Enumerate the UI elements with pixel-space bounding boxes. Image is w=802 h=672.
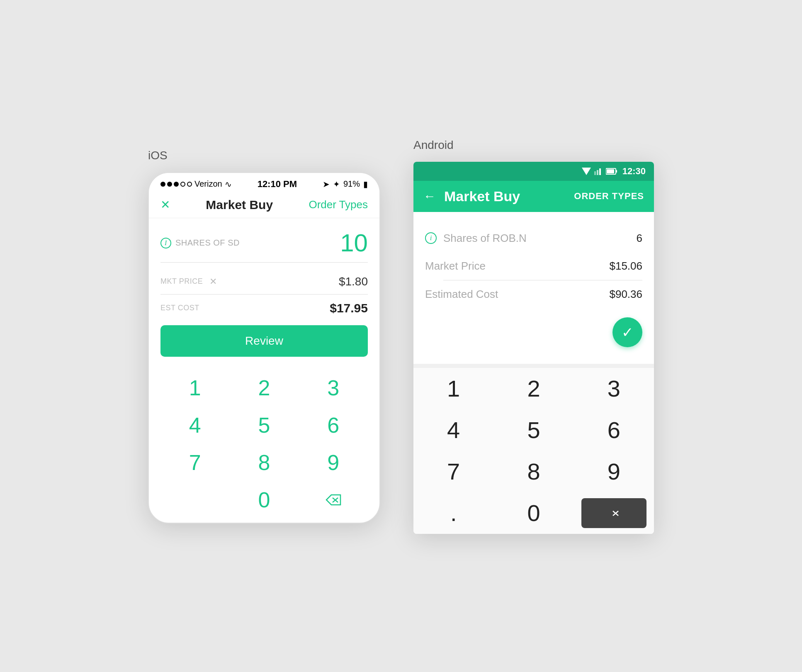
android-key-9[interactable]: 9 xyxy=(574,451,654,492)
ios-carrier: Verizon xyxy=(194,179,222,189)
ios-key-4[interactable]: 4 xyxy=(160,407,230,444)
ios-estcost-label: EST COST xyxy=(160,304,199,312)
ios-key-5[interactable]: 5 xyxy=(230,407,299,444)
ios-estcost-value: $17.95 xyxy=(330,301,368,315)
android-estcost-value: $90.36 xyxy=(609,288,642,301)
android-nav-title: Market Buy xyxy=(444,188,566,205)
android-nav: ← Market Buy ORDER TYPES xyxy=(413,181,654,212)
android-key-2[interactable]: 2 xyxy=(493,368,574,409)
android-order-types-button[interactable]: ORDER TYPES xyxy=(574,191,644,202)
android-shares-row: i Shares of ROB.N 6 xyxy=(425,224,642,252)
ios-status-left: Verizon ∿ xyxy=(160,179,232,189)
android-key-0[interactable]: 0 xyxy=(493,492,574,534)
android-battery-icon xyxy=(606,168,617,175)
android-key-backspace[interactable] xyxy=(581,498,646,528)
ios-shares-label: SHARES OF SD xyxy=(175,238,240,248)
ios-key-9[interactable]: 9 xyxy=(299,444,368,481)
ios-bluetooth-icon: ✦ xyxy=(333,179,340,189)
ios-keypad: 1 2 3 4 5 6 7 8 9 0 xyxy=(160,369,368,519)
android-keypad: 1 2 3 4 5 6 7 8 9 . 0 xyxy=(413,368,654,534)
android-status-bar: 12:30 xyxy=(413,162,654,181)
ios-key-8[interactable]: 8 xyxy=(230,444,299,481)
ios-key-0[interactable]: 0 xyxy=(230,481,299,519)
ios-shares-row: i SHARES OF SD 10 xyxy=(160,231,368,263)
ios-shares-value: 10 xyxy=(340,231,368,256)
android-key-8[interactable]: 8 xyxy=(493,451,574,492)
android-shares-label: Shares of ROB.N xyxy=(443,232,527,245)
ios-battery-icon: ▮ xyxy=(363,179,368,189)
ios-key-6[interactable]: 6 xyxy=(299,407,368,444)
ios-order-types-link[interactable]: Order Types xyxy=(309,198,368,211)
android-key-1[interactable]: 1 xyxy=(413,368,493,409)
ios-key-empty xyxy=(160,481,230,519)
ios-shares-label-group: i SHARES OF SD xyxy=(160,238,240,248)
android-status-icons xyxy=(582,168,617,175)
svg-rect-3 xyxy=(594,171,596,175)
ios-signal-dots xyxy=(160,182,192,187)
android-info-icon[interactable]: i xyxy=(425,232,437,244)
android-key-dot[interactable]: . xyxy=(413,492,493,534)
ios-status-right: ➤ ✦ 91% ▮ xyxy=(323,179,368,189)
ios-time: 12:10 PM xyxy=(258,179,297,190)
android-separator xyxy=(413,364,654,368)
ios-mktprice-label: MKT PRICE xyxy=(160,277,203,286)
android-label: Android xyxy=(413,139,454,152)
ios-key-backspace[interactable] xyxy=(299,481,368,519)
android-estcost-label: Estimated Cost xyxy=(425,288,498,301)
android-shares-value: 6 xyxy=(637,232,642,245)
dot3 xyxy=(174,182,179,187)
ios-mktprice-label-group: MKT PRICE ✕ xyxy=(160,276,217,287)
android-phone: 12:30 ← Market Buy ORDER TYPES i Shares … xyxy=(413,162,654,534)
ios-key-3[interactable]: 3 xyxy=(299,369,368,407)
ios-key-2[interactable]: 2 xyxy=(230,369,299,407)
dot1 xyxy=(160,182,165,187)
svg-rect-7 xyxy=(616,170,617,173)
android-key-5[interactable]: 5 xyxy=(493,409,574,451)
ios-phone: Verizon ∿ 12:10 PM ➤ ✦ 91% ▮ ✕ Market Bu… xyxy=(148,172,380,523)
ios-mktprice-clear[interactable]: ✕ xyxy=(209,276,217,287)
ios-status-bar: Verizon ∿ 12:10 PM ➤ ✦ 91% ▮ xyxy=(149,173,379,194)
android-key-3[interactable]: 3 xyxy=(574,368,654,409)
android-signal-icon xyxy=(594,168,603,175)
ios-nav: ✕ Market Buy Order Types xyxy=(149,194,379,218)
ios-key-7[interactable]: 7 xyxy=(160,444,230,481)
android-body: i Shares of ROB.N 6 Market Price $15.06 … xyxy=(413,212,654,364)
ios-estcost-row: EST COST $17.95 xyxy=(160,295,368,325)
android-time: 12:30 xyxy=(622,166,646,177)
dot2 xyxy=(167,182,172,187)
svg-rect-5 xyxy=(599,168,601,175)
dot5 xyxy=(187,182,192,187)
android-wifi-icon xyxy=(582,168,591,175)
ios-info-icon[interactable]: i xyxy=(160,238,171,248)
ios-key-1[interactable]: 1 xyxy=(160,369,230,407)
ios-mktprice-row: MKT PRICE ✕ $1.80 xyxy=(160,269,368,295)
svg-marker-2 xyxy=(582,168,591,175)
ios-nav-title: Market Buy xyxy=(206,198,273,212)
ios-battery-pct: 91% xyxy=(343,179,360,189)
android-back-button[interactable]: ← xyxy=(423,189,436,203)
android-confirm-area: ✓ xyxy=(425,313,642,351)
svg-rect-8 xyxy=(607,169,614,173)
svg-rect-4 xyxy=(597,170,598,175)
android-market-price-row: Market Price $15.06 xyxy=(425,252,642,280)
android-mktprice-label: Market Price xyxy=(425,260,486,273)
ios-review-button[interactable]: Review xyxy=(160,325,368,357)
ios-label: iOS xyxy=(148,149,168,162)
ios-location-icon: ➤ xyxy=(323,179,330,189)
ios-mktprice-value: $1.80 xyxy=(339,275,368,288)
android-estcost-row: Estimated Cost $90.36 xyxy=(425,280,642,313)
android-confirm-button[interactable]: ✓ xyxy=(612,317,642,347)
android-key-6[interactable]: 6 xyxy=(574,409,654,451)
android-shares-label-group: i Shares of ROB.N xyxy=(425,232,527,245)
dot4 xyxy=(180,182,185,187)
ios-wifi-icon: ∿ xyxy=(225,179,232,189)
ios-body: i SHARES OF SD 10 MKT PRICE ✕ $1.80 EST … xyxy=(149,218,379,523)
android-key-4[interactable]: 4 xyxy=(413,409,493,451)
android-key-7[interactable]: 7 xyxy=(413,451,493,492)
android-mktprice-value: $15.06 xyxy=(609,260,642,273)
ios-close-button[interactable]: ✕ xyxy=(160,198,170,212)
